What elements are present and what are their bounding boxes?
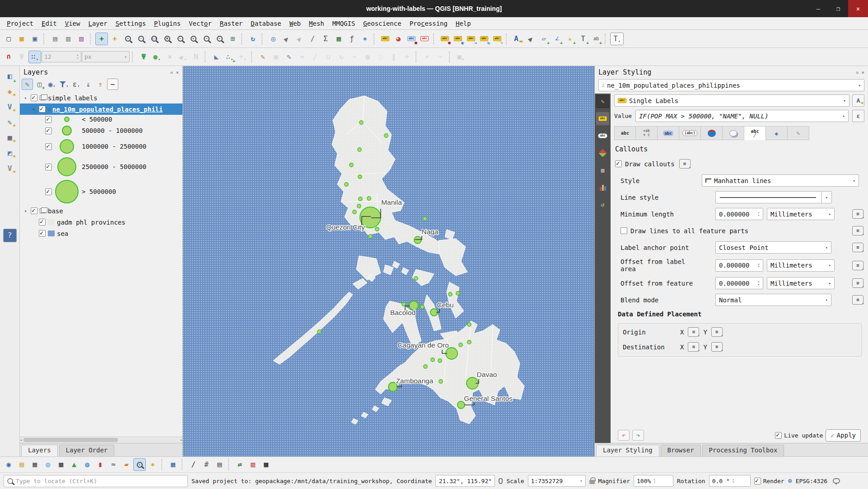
layer-visibility-checkbox[interactable] <box>39 230 46 237</box>
expander-icon[interactable]: ▾ <box>23 96 28 100</box>
filter-legend-button[interactable]: ▾ <box>58 79 70 90</box>
show-hidden-labels-button[interactable]: abc◉ <box>452 33 464 45</box>
zoom-last-button[interactable]: ◂ <box>200 33 213 45</box>
identify-features-button[interactable]: ◎ <box>267 33 280 45</box>
layer-diagram-button[interactable]: ◕ <box>392 33 405 45</box>
tab-background[interactable] <box>701 126 723 140</box>
delete-ring-button[interactable]: ◌ <box>374 51 387 63</box>
tab-callouts[interactable]: abc╱ <box>744 126 766 140</box>
annotation-settings-button[interactable]: A*▾ <box>511 33 524 45</box>
offset-label-area-unit-combo[interactable]: Millimeters ▾ <box>767 259 835 272</box>
topology-checker-button[interactable]: Ψ <box>15 51 28 63</box>
legend-class-row[interactable]: 2500000 - 5000000 <box>20 155 182 178</box>
diagrams-tab[interactable] <box>596 181 609 194</box>
collapse-all-button[interactable]: ⇑ <box>95 79 106 90</box>
metasearch-button[interactable]: ◎ <box>42 458 54 471</box>
html-annotation-button[interactable]: ab+ <box>590 33 602 45</box>
menu-layer[interactable]: Layer <box>84 19 111 28</box>
move-feature-button[interactable]: +▾ <box>236 51 249 63</box>
tab-buffer[interactable]: abc <box>658 126 679 140</box>
undo-button[interactable]: ↶ <box>421 51 434 63</box>
data-defined-override-icon[interactable]: ≡ <box>711 327 723 337</box>
menu-mesh[interactable]: Mesh <box>305 19 328 28</box>
label-mode-combo[interactable]: abc Single Labels ▾ <box>614 94 849 107</box>
advanced-digitizing-button[interactable]: N <box>190 51 202 63</box>
refresh-map-button[interactable]: ↻ <box>247 33 259 45</box>
deselect-features-button[interactable]: ▶ <box>293 33 306 45</box>
snap-unit-combo[interactable]: px▾ <box>82 51 130 62</box>
data-defined-override-icon[interactable]: ≡ <box>711 342 723 352</box>
menu-vector[interactable]: Vector <box>185 19 216 28</box>
raster-plugin-button[interactable]: ▥ <box>247 458 259 471</box>
legend-class-checkbox[interactable] <box>45 127 52 134</box>
move-label-button[interactable]: abc→ <box>465 33 477 45</box>
tab-shadow[interactable] <box>723 126 744 140</box>
zoom-next-button[interactable]: ▸ <box>213 33 226 45</box>
render-checkbox[interactable] <box>754 478 761 484</box>
messages-icon[interactable] <box>833 478 840 484</box>
mask-tab[interactable]: abc <box>596 129 609 142</box>
legend-class-row[interactable]: < 500000 <box>20 115 182 124</box>
expression-builder-button[interactable]: ε <box>852 110 864 122</box>
layer-row[interactable]: ▾∴ne_10m_populated_places_phili <box>20 103 182 115</box>
layer-labeling-button[interactable]: abc <box>379 33 392 45</box>
lock-scale-icon[interactable] <box>589 480 595 484</box>
field-calculator-button[interactable]: ƒ <box>345 33 358 45</box>
table-plugin-button[interactable]: ▤ <box>213 458 226 471</box>
close-button[interactable]: ✕ <box>848 0 868 17</box>
tab-layer-styling[interactable]: Layer Styling <box>596 445 659 456</box>
layer-visibility-checkbox[interactable] <box>31 207 37 214</box>
new-shapefile-button[interactable]: V* <box>3 100 17 114</box>
data-defined-override-icon[interactable]: ≡ <box>852 295 863 305</box>
blend-mode-combo[interactable]: Normal ▾ <box>715 294 831 306</box>
data-defined-override-icon[interactable]: ≡ <box>679 159 691 169</box>
scroll-right-icon[interactable]: ▸ <box>180 438 182 442</box>
filter-expression-button[interactable]: ε▾ <box>70 79 82 90</box>
vertex-tool-button[interactable]: ▶▾ <box>177 51 189 63</box>
value-expression-combo[interactable]: IF(POP_MAX > 500000, "NAME", NULL) ▾ <box>635 110 849 122</box>
menu-geoscience[interactable]: Geoscience <box>359 19 405 28</box>
zoom-in-button[interactable]: + <box>121 33 134 45</box>
mmqgis-button[interactable]: ◉ <box>2 458 15 471</box>
data-defined-override-icon[interactable]: ≡ <box>852 209 863 219</box>
measure-line-button[interactable]: ∕ <box>306 33 319 45</box>
scale-combo[interactable]: 1:7352729 ▾ <box>528 475 586 487</box>
help-button[interactable]: ? <box>3 229 17 242</box>
checkerboard-plugin-button[interactable]: ▩ <box>260 458 272 471</box>
menu-settings[interactable]: Settings <box>112 19 150 28</box>
tab-rendering[interactable]: ✎ <box>788 126 809 140</box>
data-defined-override-icon[interactable]: ≡ <box>852 243 863 252</box>
panel-float-icon[interactable]: ▫ <box>170 70 173 75</box>
redo-style-button[interactable]: ↷ <box>632 430 644 441</box>
hash-plugin-button[interactable]: # <box>200 458 213 471</box>
tab-browser[interactable]: Browser <box>661 445 701 456</box>
line-style-combo[interactable]: ▾ <box>715 191 832 203</box>
toggle-editing-button[interactable]: ✎ <box>257 51 269 63</box>
locator-input[interactable] <box>16 478 184 484</box>
spin-arrows-icon[interactable]: ▴▾ <box>653 478 655 484</box>
zoom-plugin-button[interactable]: + <box>133 458 146 471</box>
tile-plugin-button[interactable]: ▰ <box>120 458 133 471</box>
reshape-features-button[interactable]: ≈ <box>296 51 308 63</box>
plugin-layers-button[interactable]: ▤ <box>15 458 28 471</box>
tab-placement[interactable]: ↔↕ <box>766 126 788 140</box>
new-scratch-layer-button[interactable]: V* <box>3 162 17 175</box>
scroll-left-icon[interactable]: ◂ <box>20 438 22 442</box>
text-balloon-button[interactable]: T▾ <box>610 33 624 45</box>
open-project-button[interactable]: ■ <box>15 33 28 45</box>
georeferencer-button[interactable]: ▦ <box>167 458 179 471</box>
layer-visibility-checkbox[interactable] <box>31 94 37 101</box>
open-layer-styling-button[interactable]: ✎ <box>22 79 33 90</box>
new-virtual-layer-button[interactable]: ▦* <box>3 131 17 145</box>
draw-callouts-checkbox[interactable] <box>615 160 622 167</box>
layer-row[interactable]: sea <box>20 228 182 239</box>
simplify-feature-button[interactable]: ~ <box>348 51 361 63</box>
offset-feature-unit-combo[interactable]: Millimeters ▾ <box>767 277 835 289</box>
new-geopackage-button[interactable]: ◆* <box>3 85 17 99</box>
map-canvas[interactable]: ManilaQuezon CityNagaBacolodCebuCagayan … <box>183 66 594 456</box>
panel-close-icon[interactable]: × <box>861 70 864 75</box>
layer-group-row[interactable]: ▾simple labels <box>20 92 182 103</box>
locator-search[interactable] <box>4 475 188 487</box>
data-source-manager-button[interactable]: ◧+ <box>3 70 17 83</box>
minimize-button[interactable]: – <box>808 0 828 17</box>
